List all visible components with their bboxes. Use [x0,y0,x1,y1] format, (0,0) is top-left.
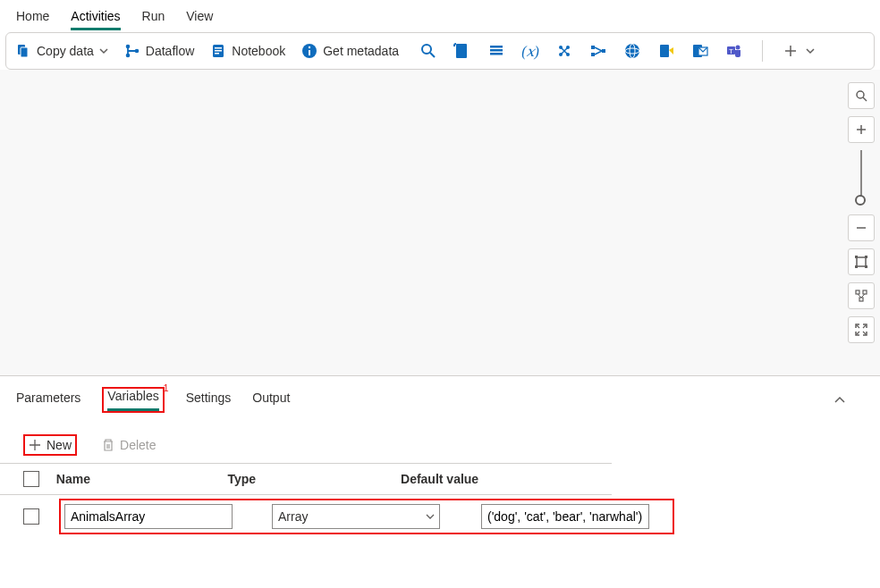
svg-rect-41 [856,290,859,294]
header-type: Type [228,472,402,486]
svg-text:T: T [729,47,733,55]
svg-rect-10 [309,50,310,55]
header-default-value: Default value [401,472,588,486]
variable-type-select[interactable]: Array [272,504,440,529]
svg-rect-42 [863,290,867,294]
teams-icon[interactable]: T [724,41,744,61]
variable-icon[interactable]: (𝑥) [520,41,540,61]
get-metadata-button[interactable]: Get metadata [301,43,399,59]
variable-default-value-input[interactable] [481,504,649,529]
add-activity-button[interactable] [781,41,800,61]
svg-rect-17 [490,53,503,55]
svg-rect-37 [855,256,858,258]
dataflow-icon [124,43,140,59]
svg-line-35 [863,97,867,101]
svg-point-34 [857,91,864,98]
row-checkbox[interactable] [23,508,39,525]
svg-rect-39 [855,265,858,268]
svg-rect-14 [456,44,467,58]
panel-tab-settings[interactable]: Settings [186,391,232,410]
notebook-label: Notebook [232,44,285,58]
tab-run[interactable]: Run [142,5,165,30]
dataflow-button[interactable]: Dataflow [124,43,194,59]
variables-table-header: Name Type Default value [0,463,612,495]
svg-rect-24 [602,49,605,53]
zoom-slider[interactable] [860,150,862,200]
svg-point-25 [625,44,639,58]
azure-function-icon[interactable] [554,41,574,61]
panel-tab-output[interactable]: Output [252,391,290,410]
panel-tab-variables[interactable]: Variables [107,389,158,411]
web-icon[interactable] [622,41,642,61]
pipeline-canvas[interactable] [0,70,880,375]
copy-data-icon [15,43,31,59]
svg-rect-38 [865,256,867,258]
svg-point-11 [309,46,310,48]
zoom-out-button[interactable] [848,214,875,241]
svg-rect-15 [490,46,503,48]
annotation-variables-tab: Variables 1 [102,387,164,413]
svg-point-32 [736,46,740,50]
notebook-icon [210,43,226,59]
panel-tab-parameters[interactable]: Parameters [16,391,80,410]
svg-rect-6 [215,47,222,49]
lookup-icon[interactable] [419,41,438,61]
panel-collapse-button[interactable] [833,394,846,407]
svg-rect-23 [591,53,595,56]
zoom-fit-button[interactable] [848,248,875,275]
annotation-number-1: 1 [164,382,169,393]
svg-rect-28 [660,45,669,57]
activities-toolbar: Copy data Dataflow Notebook Get metadata [5,32,875,70]
notebook-button[interactable]: Notebook [210,43,285,59]
copy-data-button[interactable]: Copy data [15,43,108,59]
tab-activities[interactable]: Activities [71,5,120,30]
toolbar-separator [762,40,763,62]
canvas-search-button[interactable] [848,82,875,109]
svg-rect-40 [865,265,867,268]
info-icon [301,43,317,59]
variable-type-value: Array [278,509,308,524]
zoom-in-button[interactable] [848,116,875,143]
chevron-down-icon[interactable] [806,46,815,55]
new-label: New [47,438,72,452]
tab-home[interactable]: Home [16,5,49,30]
delete-label: Delete [120,438,156,452]
zoom-slider-thumb[interactable] [855,195,866,206]
select-all-checkbox[interactable] [23,471,39,487]
svg-rect-8 [215,53,219,55]
variable-name-input[interactable] [64,504,233,529]
svg-point-12 [422,45,431,54]
auto-align-button[interactable] [848,282,875,309]
get-metadata-label: Get metadata [323,44,399,58]
fullscreen-button[interactable] [848,316,875,343]
top-tab-bar: Home Activities Run View [0,0,880,30]
chevron-down-icon [99,46,108,55]
powerbi-icon[interactable] [656,41,676,61]
properties-panel: Parameters Variables 1 Settings Output N… [0,375,880,588]
svg-rect-22 [591,46,595,49]
script-icon[interactable] [453,41,472,61]
svg-rect-7 [215,50,222,52]
annotation-new-button: New [23,434,77,456]
svg-line-13 [430,53,435,57]
outlook-icon[interactable] [690,41,710,61]
table-row: Array [0,495,880,540]
svg-rect-43 [859,298,863,301]
new-button[interactable]: New [29,438,72,452]
svg-rect-36 [857,257,866,266]
chevron-down-icon [426,512,435,521]
annotation-variable-row: Array [59,499,674,534]
copy-data-label: Copy data [37,44,94,58]
dataflow-label: Dataflow [146,44,194,58]
tab-view[interactable]: View [186,5,213,30]
stored-procedure-icon[interactable] [487,41,506,61]
header-name: Name [56,472,228,486]
svg-rect-16 [490,49,503,52]
switch-icon[interactable] [588,41,608,61]
svg-rect-1 [21,47,28,57]
delete-button[interactable]: Delete [102,438,156,452]
